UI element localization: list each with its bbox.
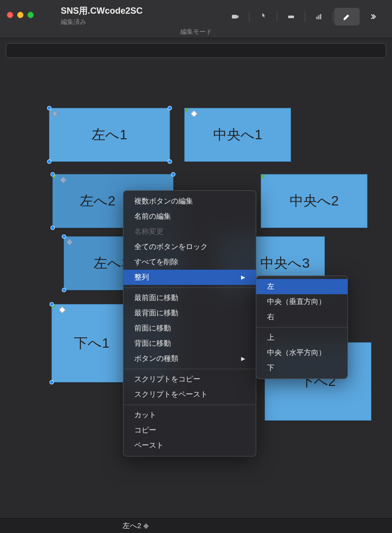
corner-marker-icon — [51, 110, 58, 117]
submenu-item-align-center-vertical[interactable]: 中央（垂直方向） — [256, 294, 347, 309]
menu-item-bring-to-front[interactable]: 最前面に移動 — [123, 290, 256, 305]
menu-separator — [123, 287, 256, 288]
card-button[interactable]: 中央へ1 — [184, 108, 291, 162]
menu-item-bring-forward[interactable]: 前面に移動 — [123, 321, 256, 336]
toolbar-separator — [305, 12, 305, 22]
menu-item-cut[interactable]: カット — [123, 407, 256, 423]
resize-handle[interactable] — [50, 172, 55, 177]
svg-rect-2 — [317, 17, 318, 19]
minimize-window-button[interactable] — [17, 12, 24, 18]
menu-item-rename: 名称変更 — [123, 224, 256, 239]
button-label: 左へ2 — [80, 192, 116, 210]
toolbar — [222, 8, 385, 25]
corner-marker-icon — [191, 110, 197, 117]
menu-item-copy-script[interactable]: スクリプトをコピー — [123, 372, 256, 387]
svg-rect-4 — [320, 14, 321, 20]
menu-item-paste[interactable]: ペースト — [123, 438, 256, 453]
submenu-arrow-icon: ▶ — [241, 274, 245, 280]
button-label: 左へ1 — [92, 126, 127, 144]
resize-handle[interactable] — [47, 159, 51, 164]
resize-handle[interactable] — [49, 302, 54, 306]
context-menu: 複数ボタンの編集 名前の編集 名称変更 全てのボタンをロック すべてを削除 整列… — [123, 190, 256, 457]
submenu-item-align-right[interactable]: 右 — [256, 309, 347, 325]
button-label: 中央へ1 — [213, 126, 263, 144]
submenu-item-align-left[interactable]: 左 — [256, 279, 347, 294]
menu-separator — [123, 369, 256, 369]
resize-handle[interactable] — [49, 380, 54, 384]
menu-item-copy[interactable]: コピー — [123, 423, 256, 438]
resize-handle[interactable] — [47, 106, 51, 110]
resize-handle[interactable] — [62, 234, 66, 239]
menu-item-send-to-back[interactable]: 最背面に移動 — [123, 305, 256, 321]
corner-marker-icon — [185, 109, 189, 113]
close-window-button[interactable] — [7, 12, 13, 18]
button-label: 中央へ2 — [290, 192, 339, 210]
overflow-icon[interactable] — [360, 8, 385, 25]
menu-item-delete-all[interactable]: すべてを削除 — [123, 254, 256, 270]
menu-item-align[interactable]: 整列▶ — [123, 270, 256, 285]
resize-handle[interactable] — [62, 288, 66, 292]
window-controls — [7, 12, 34, 18]
menu-item-edit-name[interactable]: 名前の編集 — [123, 209, 256, 224]
menu-item-edit-multiple-buttons[interactable]: 複数ボタンの編集 — [123, 194, 256, 209]
button-label: 下へ1 — [74, 334, 110, 353]
status-bar: 左へ2 — [0, 518, 392, 533]
align-submenu: 左 中央（垂直方向） 右 上 中央（水平方向） 下 — [256, 276, 348, 379]
svg-rect-0 — [232, 15, 237, 19]
zoom-window-button[interactable] — [27, 12, 34, 18]
submenu-item-align-center-horizontal[interactable]: 中央（水平方向） — [256, 345, 347, 360]
mode-label: 編集モード — [0, 27, 392, 36]
toolbar-separator — [277, 12, 277, 22]
menu-item-lock-all-buttons[interactable]: 全てのボタンをロック — [123, 239, 256, 254]
menu-item-paste-script[interactable]: スクリプトをペースト — [123, 387, 256, 402]
camera-icon[interactable] — [222, 8, 248, 25]
corner-marker-icon — [262, 175, 266, 179]
submenu-item-align-top[interactable]: 上 — [256, 330, 347, 345]
toolbar-separator — [333, 12, 333, 22]
menu-separator — [123, 405, 256, 405]
menu-item-send-backward[interactable]: 背面に移動 — [123, 336, 256, 351]
submenu-item-align-bottom[interactable]: 下 — [256, 360, 347, 376]
svg-rect-1 — [288, 16, 294, 18]
title-block: SNS用.CWcode2SC 編集済み — [61, 5, 143, 26]
status-label: 左へ2 — [122, 521, 141, 531]
chart-icon[interactable] — [306, 8, 332, 25]
button-tool-icon[interactable] — [278, 8, 304, 25]
resize-handle[interactable] — [171, 172, 175, 177]
resize-handle[interactable] — [50, 226, 55, 230]
menu-item-button-type[interactable]: ボタンの種類▶ — [123, 351, 256, 366]
svg-rect-3 — [318, 15, 319, 19]
pointer-icon[interactable] — [250, 8, 276, 25]
window-subtitle: 編集済み — [61, 18, 143, 26]
card-button[interactable]: 左へ1 — [49, 108, 170, 162]
pencil-icon[interactable] — [334, 8, 360, 25]
window-title: SNS用.CWcode2SC — [61, 5, 143, 17]
corner-marker-icon — [59, 306, 66, 313]
card-canvas[interactable]: 左へ1 中央へ1 左へ2 中央へ2 左へ3 中央へ3 下へ1 — [0, 64, 392, 518]
resize-handle[interactable] — [168, 106, 172, 110]
corner-marker-icon — [66, 239, 73, 246]
diamond-icon — [144, 523, 149, 529]
submenu-arrow-icon: ▶ — [241, 355, 245, 362]
button-label: 中央へ3 — [260, 254, 310, 273]
message-bar[interactable] — [6, 43, 386, 58]
resize-handle[interactable] — [168, 159, 172, 164]
toolbar-separator — [249, 12, 249, 22]
corner-marker-icon — [60, 177, 67, 183]
card-button[interactable]: 中央へ2 — [261, 174, 368, 228]
menu-separator — [256, 327, 347, 328]
